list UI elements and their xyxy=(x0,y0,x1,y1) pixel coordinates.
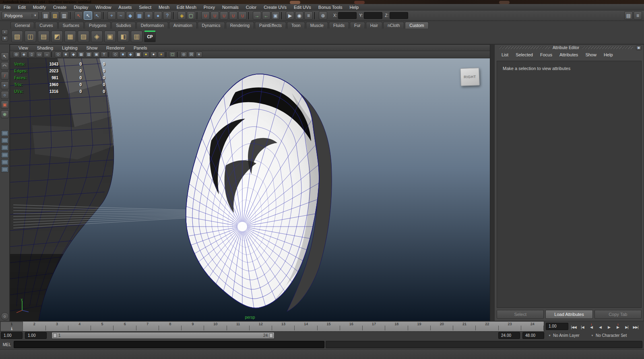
timeline-frame[interactable]: 5 5 xyxy=(91,322,114,331)
shelf-tab[interactable]: Rendering xyxy=(226,22,254,29)
menu-item[interactable]: Edit UVs xyxy=(290,4,315,10)
new-scene-icon[interactable]: ▤ xyxy=(41,11,50,20)
drag-handle[interactable] xyxy=(499,46,550,49)
go-to-start-button[interactable]: |◀◀ xyxy=(569,323,578,331)
wireframe-on-shaded-icon[interactable]: ◆ xyxy=(127,52,134,58)
shelf-custom-tool-4-icon[interactable]: ◩ xyxy=(51,31,63,42)
shelf-tab[interactable]: nCloth xyxy=(383,22,404,29)
animation-start-field[interactable]: 1.00 xyxy=(1,332,23,339)
timeline-frame[interactable]: 19 19 xyxy=(408,322,431,331)
shelf-custom-tool-10-icon[interactable]: ▥ xyxy=(131,31,142,42)
default-material-icon[interactable]: ◇ xyxy=(112,52,119,58)
shelf-tab[interactable]: Animation xyxy=(169,22,197,29)
menu-item[interactable]: Bonus Tools xyxy=(315,4,346,10)
shelf-tab[interactable]: Fur xyxy=(350,22,365,29)
timeline-frame[interactable]: 16 16 xyxy=(340,322,363,331)
selection-mode-dropdown[interactable]: Polygons ▼ xyxy=(2,12,39,20)
shelf-tab[interactable]: Muscle xyxy=(306,22,328,29)
play-backwards-button[interactable]: ◀ xyxy=(596,323,605,331)
snap-to-curves-icon[interactable]: ∪ xyxy=(211,11,219,20)
range-slider[interactable]: 1 24 xyxy=(52,332,275,339)
range-end-handle[interactable] xyxy=(269,333,273,338)
shelf-tab[interactable]: Subdivs xyxy=(111,22,135,29)
timeline-frame[interactable]: 17 17 xyxy=(363,322,385,331)
attribute-editor-titlebar[interactable]: Attribute Editor ▣ xyxy=(495,45,644,51)
panel-menu-item[interactable]: Renderer xyxy=(102,45,129,51)
command-language-toggle[interactable]: MEL xyxy=(0,342,14,347)
shelf-tab[interactable]: Curves xyxy=(35,22,57,29)
render-current-frame-icon[interactable]: ▶ xyxy=(286,11,294,20)
select-object-icon[interactable]: ↖ xyxy=(84,11,92,20)
menu-item[interactable]: Select xyxy=(135,4,155,10)
output-connections-icon[interactable]: ← xyxy=(262,11,270,20)
selmask-curves-icon[interactable]: ~ xyxy=(117,11,125,20)
texture-placement-icon[interactable]: T xyxy=(101,52,107,58)
light-white-sphere-icon[interactable]: ● xyxy=(150,52,157,58)
lock-selection-icon[interactable]: ◈ xyxy=(178,11,186,20)
greasepencil-icon[interactable]: ∗ xyxy=(196,52,202,58)
timeline-frame[interactable]: 10 10 xyxy=(204,322,227,331)
attribute-editor-button[interactable]: Copy Tab xyxy=(594,310,642,319)
menu-item[interactable]: Edit Mesh xyxy=(173,4,200,10)
animation-end-field[interactable]: 48.00 xyxy=(522,332,544,339)
shelf-cp-tool-icon[interactable]: CP xyxy=(144,31,156,42)
perspective-viewport[interactable]: ViewShadingLightingShowRendererPanels ◎ … xyxy=(10,44,490,321)
camera-attributes-icon[interactable]: ◈ xyxy=(21,52,27,58)
snap-to-view-planes-icon[interactable]: ∪ xyxy=(238,11,247,20)
move-tool-icon[interactable]: + xyxy=(1,81,9,89)
snap-to-projected-center-icon[interactable]: ∪ xyxy=(229,11,237,20)
timeline-frame[interactable]: 22 22 xyxy=(476,322,498,331)
use-all-lights-icon[interactable]: ▨ xyxy=(85,52,92,58)
shelf-custom-tool-1-icon[interactable]: ▧ xyxy=(11,31,23,42)
timeline-frame[interactable]: 20 20 xyxy=(431,322,453,331)
xray-mode-icon[interactable]: ■ xyxy=(120,52,126,58)
panel-menu-item[interactable]: Shading xyxy=(33,45,58,51)
attribute-editor-button[interactable]: Select xyxy=(497,310,544,319)
construction-history-icon[interactable]: ▣ xyxy=(271,11,280,20)
attribute-editor-menu-item[interactable]: List xyxy=(498,52,512,57)
wireframe-mode-icon[interactable]: ◇ xyxy=(55,52,62,58)
smooth-shade-mode-icon[interactable]: ■ xyxy=(62,52,69,58)
layout-four-pane-button[interactable] xyxy=(1,138,8,143)
time-slider[interactable]: 1 1 2 2 3 3 4 4 5 5 6 6 7 7 8 8 xyxy=(0,321,544,332)
menu-item[interactable]: Edit xyxy=(14,4,29,10)
coordinate-input[interactable] xyxy=(338,12,357,19)
shelf-custom-tool-9-icon[interactable]: ◧ xyxy=(118,31,129,42)
shelf-custom-tool-3-icon[interactable]: ▤ xyxy=(38,31,50,42)
menu-item[interactable]: Create xyxy=(50,4,70,10)
resolution-gate-icon[interactable]: 回 xyxy=(188,52,195,58)
shelf-tab[interactable]: PaintEffects xyxy=(255,22,286,29)
menu-item[interactable]: Mesh xyxy=(155,4,173,10)
separator[interactable] xyxy=(52,52,54,57)
shelf-custom-tool-8-icon[interactable]: ▣ xyxy=(104,31,116,42)
step-back-key-button[interactable]: ◀ xyxy=(587,323,596,331)
snap-to-points-icon[interactable]: ∪ xyxy=(220,11,228,20)
layout-two-pane-side-button[interactable] xyxy=(1,159,8,165)
timeline-frame[interactable]: 24 24 xyxy=(521,322,544,331)
shelf-tab[interactable]: General xyxy=(10,22,34,29)
separator[interactable] xyxy=(177,52,179,57)
timeline-frame[interactable]: 12 12 xyxy=(250,322,272,331)
timeline-frame[interactable]: 4 4 xyxy=(68,322,91,331)
menu-item[interactable]: File xyxy=(0,4,14,10)
shelf-tab-menu-icon[interactable]: ▼ xyxy=(2,36,8,41)
selmask-dynamics-icon[interactable]: ∗ xyxy=(144,11,153,20)
menu-item[interactable]: Assets xyxy=(115,4,135,10)
channel-box-toggle-icon[interactable]: ≡ xyxy=(634,11,642,20)
selmask-surfaces-icon[interactable]: ◆ xyxy=(126,11,134,20)
timeline-frame[interactable]: 21 21 xyxy=(453,322,476,331)
attribute-editor-menu-item[interactable]: Attributes xyxy=(556,52,582,57)
isolate-select-icon[interactable]: ▢ xyxy=(169,52,176,58)
menu-item[interactable]: Display xyxy=(70,4,92,10)
panel-menu-item[interactable]: View xyxy=(14,45,33,51)
separator[interactable] xyxy=(314,12,317,19)
shelf-custom-tool-5-icon[interactable]: ▦ xyxy=(64,31,76,42)
image-plane-icon[interactable]: ▭ xyxy=(36,52,43,58)
playback-start-field[interactable]: 1.00 xyxy=(25,332,47,339)
timeline-frame[interactable]: 6 6 xyxy=(114,322,136,331)
separator[interactable] xyxy=(166,52,168,57)
timeline-frame[interactable]: 23 23 xyxy=(499,322,521,331)
menu-item[interactable]: Modify xyxy=(29,4,50,10)
menu-item[interactable]: Create UVs xyxy=(260,4,290,10)
timeline-frame[interactable]: 9 9 xyxy=(182,322,204,331)
